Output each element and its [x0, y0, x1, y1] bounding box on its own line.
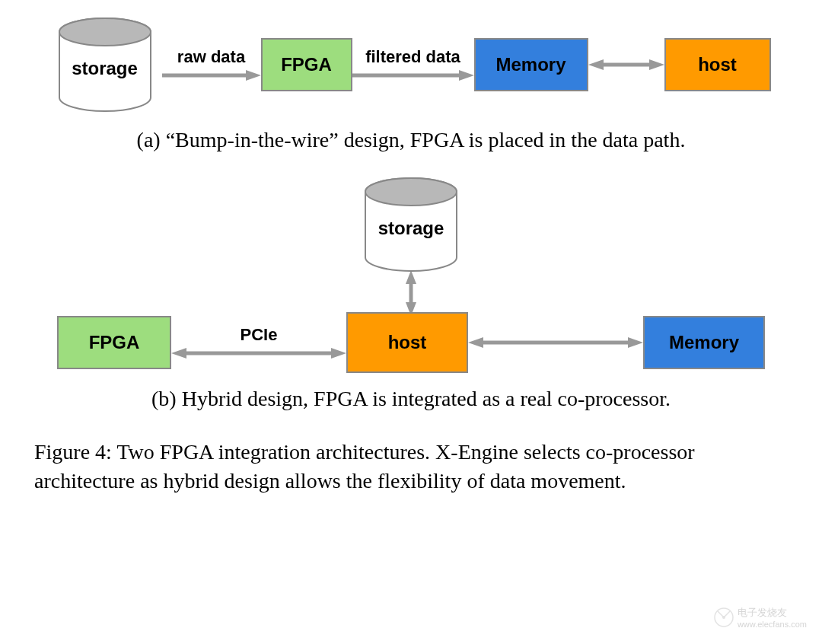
caption-a: (a) “Bump-in-the-wire” design, FPGA is p… — [15, 128, 807, 152]
fpga-label-b: FPGA — [89, 332, 140, 353]
svg-marker-5 — [459, 70, 474, 81]
host-box-b: host — [346, 312, 468, 373]
svg-point-10 — [365, 178, 457, 206]
arrow-raw-data-label: raw data — [177, 47, 245, 67]
arrow-memory-host-a — [588, 58, 664, 72]
host-box-a: host — [664, 38, 771, 91]
architecture-a-diagram: storage raw data FPGA filtered data Memo… — [15, 15, 807, 152]
memory-box-a: Memory — [474, 38, 588, 91]
memory-box-b: Memory — [643, 316, 765, 369]
arrow-pcie: PCIe — [171, 325, 346, 360]
arrow-filtered-data: filtered data — [352, 47, 474, 82]
watermark-brand: 电子发烧友 — [738, 606, 807, 620]
host-label-a: host — [698, 54, 737, 75]
arrow-storage-host-b — [15, 270, 807, 316]
watermark-icon — [713, 607, 734, 628]
svg-marker-16 — [331, 348, 346, 359]
svg-marker-14 — [171, 348, 186, 359]
figure-caption: Figure 4: Two FPGA integration architect… — [15, 438, 807, 496]
storage-label-a: storage — [72, 58, 138, 79]
svg-marker-19 — [628, 337, 643, 348]
memory-label-b: Memory — [669, 332, 739, 353]
storage-cylinder-b: storage — [358, 175, 464, 274]
svg-marker-6 — [588, 59, 604, 70]
architecture-b-diagram: storage FPGA PCIe host — [15, 175, 807, 411]
watermark: 电子发烧友 www.elecfans.com — [713, 606, 807, 629]
arrow-filtered-data-label: filtered data — [365, 47, 460, 67]
arrow-raw-data: raw data — [162, 47, 261, 82]
fpga-box-b: FPGA — [57, 316, 171, 369]
storage-cylinder-a: storage — [52, 15, 158, 114]
fpga-box-a: FPGA — [261, 38, 352, 91]
svg-marker-3 — [246, 70, 261, 81]
fpga-label-a: FPGA — [281, 54, 332, 75]
svg-point-1 — [59, 18, 151, 46]
arrow-host-memory-b — [468, 336, 643, 349]
host-label-b: host — [388, 332, 427, 353]
svg-marker-8 — [649, 59, 664, 70]
memory-label-a: Memory — [495, 54, 566, 75]
arrow-pcie-label: PCIe — [241, 325, 278, 345]
watermark-url: www.elecfans.com — [738, 620, 807, 629]
storage-label-b: storage — [378, 218, 444, 239]
caption-b: (b) Hybrid design, FPGA is integrated as… — [15, 387, 807, 411]
svg-marker-17 — [468, 337, 483, 348]
